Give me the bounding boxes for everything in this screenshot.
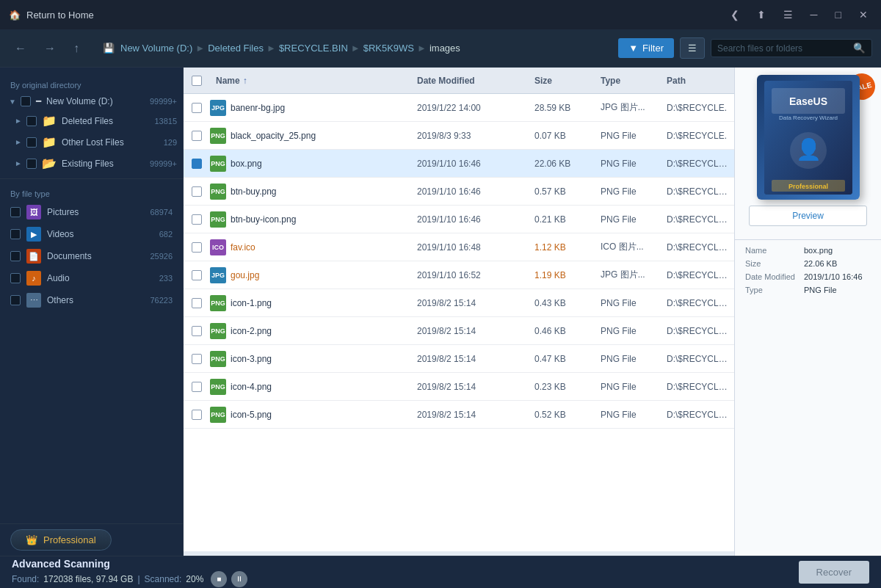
documents-checkbox[interactable] [10,251,21,261]
menu-button[interactable]: ☰ [779,6,797,23]
pictures-icon: 🖼 [26,205,41,219]
pause-button[interactable]: ⏸ [231,571,247,587]
bottom-status-row: Found: 172038 files, 97.94 GB | Scanned:… [12,571,247,587]
share-button[interactable]: ❮ [726,6,744,23]
table-row[interactable]: PNGbtn-buy-icon.png2019/1/10 16:460.21 K… [184,206,734,233]
sidebar-item-documents[interactable]: 📄 Documents 25926 [0,245,183,267]
sidebar-item-existing-files[interactable]: ► 📂 Existing Files 99999+ [0,153,183,174]
table-row[interactable]: PNGbtn-buy.png2019/1/10 16:460.57 KBPNG … [184,178,734,206]
breadcrumb-item-3[interactable]: $RK5K9WS [363,43,414,54]
breadcrumb-item-1[interactable]: Deleted Files [208,43,264,54]
tree-root[interactable]: ▼ ━ New Volume (D:) 99999+ [0,92,183,110]
header-check-col [184,76,210,86]
sidebar-item-others[interactable]: ⋯ Others 76223 [0,289,183,311]
select-all-checkbox[interactable] [192,76,202,86]
col-header-type[interactable]: Type [595,76,661,86]
audio-icon: ♪ [26,271,41,286]
right-panel: SALE EaseUS [734,68,881,556]
filter-button[interactable]: ▼ Filter [618,38,674,58]
row-checkbox[interactable] [192,242,202,253]
table-row[interactable]: PNGicon-2.png2019/8/2 15:140.46 KBPNG Fi… [184,317,734,345]
view-menu-button[interactable]: ☰ [680,37,705,59]
file-name: icon-1.png [231,298,411,308]
row-checkbox[interactable] [192,103,202,113]
file-path: D:\$RECYCLE.B [661,242,734,253]
deleted-checkbox[interactable] [26,116,37,126]
row-checkbox[interactable] [192,159,202,169]
breadcrumb-sep-2: ► [351,43,360,54]
up-button[interactable]: ↑ [68,37,85,59]
col-header-date[interactable]: Date Modified [411,76,529,86]
preview-button[interactable]: Preview [749,206,867,226]
breadcrumb-sep-0: ► [195,43,205,54]
row-checkbox[interactable] [192,382,202,392]
file-type-icon: PNG [210,211,226,228]
sidebar-item-other-lost[interactable]: ► 📁 Other Lost Files 129 [0,131,183,153]
col-header-name[interactable]: Name ↑ [210,76,411,86]
maximize-button[interactable]: □ [831,6,846,23]
file-type: PNG File [595,410,661,420]
table-row[interactable]: PNGbox.png2019/1/10 16:4622.06 KBPNG Fil… [184,150,734,178]
file-name: gou.jpg [231,270,411,280]
bottom-section: Advanced Scanning Found: 172038 files, 9… [0,556,881,588]
others-checkbox[interactable] [10,295,21,305]
breadcrumb-item-0[interactable]: New Volume (D:) [120,43,192,54]
file-size: 22.06 KB [529,159,595,169]
search-input[interactable] [717,43,853,54]
documents-icon: 📄 [26,249,41,264]
audio-checkbox[interactable] [10,273,21,283]
table-row[interactable]: PNGicon-3.png2019/8/2 15:140.47 KBPNG Fi… [184,345,734,373]
row-checkbox[interactable] [192,131,202,141]
search-button[interactable]: 🔍 [853,43,866,54]
table-row[interactable]: PNGicon-1.png2019/8/2 15:140.43 KBPNG Fi… [184,289,734,317]
row-check-col [184,298,210,308]
col-header-size[interactable]: Size [529,76,595,86]
other-lost-label: Other Lost Files [62,137,124,148]
sidebar-item-audio[interactable]: ♪ Audio 233 [0,267,183,289]
minimize-button[interactable]: ─ [806,6,822,23]
file-name: banenr-bg.jpg [231,103,411,113]
breadcrumb-item-2[interactable]: $RECYCLE.BIN [279,43,348,54]
professional-button[interactable]: 👑 Professional [10,529,112,551]
sidebar-item-videos[interactable]: ▶ Videos 682 [0,223,183,245]
upload-button[interactable]: ⬆ [753,6,770,23]
name-value: box.png [804,246,871,255]
table-row[interactable]: JPGbanenr-bg.jpg2019/1/22 14:0028.59 KBJ… [184,94,734,122]
row-checkbox[interactable] [192,186,202,197]
row-checkbox[interactable] [192,326,202,336]
row-checkbox[interactable] [192,354,202,364]
row-check-col [184,242,210,253]
existing-files-count: 99999+ [150,159,177,168]
info-type-row: Type PNG File [745,286,871,294]
existing-checkbox[interactable] [26,159,37,169]
table-row[interactable]: PNGblack_opacity_25.png2019/8/3 9:330.07… [184,122,734,150]
row-checkbox[interactable] [192,410,202,420]
close-button[interactable]: ✕ [855,6,872,23]
root-checkbox[interactable] [21,96,31,106]
sidebar-item-pictures[interactable]: 🖼 Pictures 68974 [0,201,183,223]
found-label: Found: [12,574,39,584]
recover-button[interactable]: Recover [799,561,869,584]
row-checkbox[interactable] [192,270,202,280]
forward-button[interactable]: → [38,37,62,59]
breadcrumb-item-4[interactable]: images [429,43,460,54]
pictures-checkbox[interactable] [10,207,21,217]
sidebar-item-deleted-files[interactable]: ► 📁 Deleted Files 13815 [0,110,183,131]
file-size: 0.23 KB [529,382,595,392]
crown-icon: 👑 [26,534,37,545]
col-header-path[interactable]: Path [661,76,734,86]
stop-button[interactable]: ■ [211,571,227,587]
file-date: 2019/8/2 15:14 [411,410,529,420]
table-row[interactable]: ICOfav.ico2019/1/10 16:481.12 KBICO 图片..… [184,233,734,261]
other-lost-checkbox[interactable] [26,137,37,148]
table-row[interactable]: JPGgou.jpg2019/1/10 16:521.19 KBJPG 图片..… [184,261,734,289]
row-checkbox[interactable] [192,298,202,308]
videos-checkbox[interactable] [10,229,21,239]
table-row[interactable]: PNGicon-4.png2019/8/2 15:140.23 KBPNG Fi… [184,373,734,401]
back-button[interactable]: ← [9,37,32,59]
file-type: PNG File [595,159,661,169]
root-label: New Volume (D:) [46,96,113,106]
table-row[interactable]: PNGicon-5.png2019/8/2 15:140.52 KBPNG Fi… [184,401,734,429]
row-checkbox[interactable] [192,214,202,225]
file-type: PNG File [595,326,661,336]
